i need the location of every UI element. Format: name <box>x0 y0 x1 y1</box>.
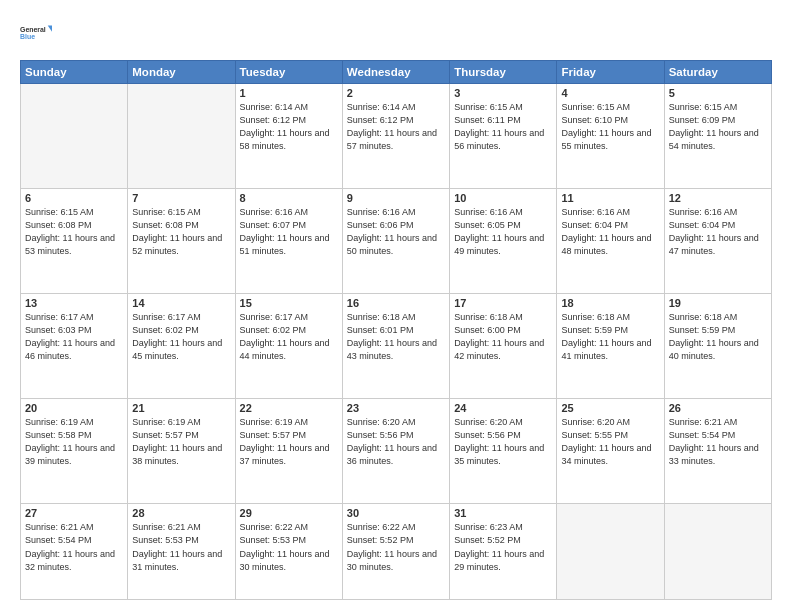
day-number: 9 <box>347 192 445 204</box>
day-cell: 6Sunrise: 6:15 AM Sunset: 6:08 PM Daylig… <box>21 189 128 294</box>
day-cell <box>557 504 664 600</box>
day-info: Sunrise: 6:14 AM Sunset: 6:12 PM Dayligh… <box>240 101 338 153</box>
weekday-header-row: SundayMondayTuesdayWednesdayThursdayFrid… <box>21 61 772 84</box>
calendar-body: 1Sunrise: 6:14 AM Sunset: 6:12 PM Daylig… <box>21 84 772 600</box>
day-cell: 13Sunrise: 6:17 AM Sunset: 6:03 PM Dayli… <box>21 294 128 399</box>
day-cell: 22Sunrise: 6:19 AM Sunset: 5:57 PM Dayli… <box>235 399 342 504</box>
weekday-sunday: Sunday <box>21 61 128 84</box>
day-cell: 19Sunrise: 6:18 AM Sunset: 5:59 PM Dayli… <box>664 294 771 399</box>
day-info: Sunrise: 6:15 AM Sunset: 6:08 PM Dayligh… <box>25 206 123 258</box>
day-cell: 1Sunrise: 6:14 AM Sunset: 6:12 PM Daylig… <box>235 84 342 189</box>
day-cell <box>664 504 771 600</box>
day-info: Sunrise: 6:19 AM Sunset: 5:57 PM Dayligh… <box>132 416 230 468</box>
day-cell <box>128 84 235 189</box>
day-cell: 24Sunrise: 6:20 AM Sunset: 5:56 PM Dayli… <box>450 399 557 504</box>
day-info: Sunrise: 6:16 AM Sunset: 6:05 PM Dayligh… <box>454 206 552 258</box>
day-cell: 7Sunrise: 6:15 AM Sunset: 6:08 PM Daylig… <box>128 189 235 294</box>
week-row-4: 20Sunrise: 6:19 AM Sunset: 5:58 PM Dayli… <box>21 399 772 504</box>
day-cell: 25Sunrise: 6:20 AM Sunset: 5:55 PM Dayli… <box>557 399 664 504</box>
day-number: 28 <box>132 507 230 519</box>
day-cell: 9Sunrise: 6:16 AM Sunset: 6:06 PM Daylig… <box>342 189 449 294</box>
day-number: 22 <box>240 402 338 414</box>
logo: General Blue <box>20 18 52 50</box>
day-number: 10 <box>454 192 552 204</box>
day-cell: 20Sunrise: 6:19 AM Sunset: 5:58 PM Dayli… <box>21 399 128 504</box>
day-info: Sunrise: 6:20 AM Sunset: 5:55 PM Dayligh… <box>561 416 659 468</box>
day-cell <box>21 84 128 189</box>
day-cell: 27Sunrise: 6:21 AM Sunset: 5:54 PM Dayli… <box>21 504 128 600</box>
day-info: Sunrise: 6:23 AM Sunset: 5:52 PM Dayligh… <box>454 521 552 573</box>
weekday-tuesday: Tuesday <box>235 61 342 84</box>
day-info: Sunrise: 6:17 AM Sunset: 6:02 PM Dayligh… <box>132 311 230 363</box>
weekday-friday: Friday <box>557 61 664 84</box>
day-cell: 29Sunrise: 6:22 AM Sunset: 5:53 PM Dayli… <box>235 504 342 600</box>
day-info: Sunrise: 6:14 AM Sunset: 6:12 PM Dayligh… <box>347 101 445 153</box>
day-number: 3 <box>454 87 552 99</box>
day-cell: 30Sunrise: 6:22 AM Sunset: 5:52 PM Dayli… <box>342 504 449 600</box>
day-info: Sunrise: 6:18 AM Sunset: 5:59 PM Dayligh… <box>669 311 767 363</box>
weekday-monday: Monday <box>128 61 235 84</box>
svg-text:General: General <box>20 26 46 33</box>
day-number: 11 <box>561 192 659 204</box>
day-info: Sunrise: 6:22 AM Sunset: 5:53 PM Dayligh… <box>240 521 338 573</box>
day-cell: 21Sunrise: 6:19 AM Sunset: 5:57 PM Dayli… <box>128 399 235 504</box>
day-cell: 18Sunrise: 6:18 AM Sunset: 5:59 PM Dayli… <box>557 294 664 399</box>
week-row-2: 6Sunrise: 6:15 AM Sunset: 6:08 PM Daylig… <box>21 189 772 294</box>
day-number: 7 <box>132 192 230 204</box>
day-info: Sunrise: 6:20 AM Sunset: 5:56 PM Dayligh… <box>454 416 552 468</box>
day-cell: 14Sunrise: 6:17 AM Sunset: 6:02 PM Dayli… <box>128 294 235 399</box>
weekday-thursday: Thursday <box>450 61 557 84</box>
day-cell: 17Sunrise: 6:18 AM Sunset: 6:00 PM Dayli… <box>450 294 557 399</box>
day-cell: 2Sunrise: 6:14 AM Sunset: 6:12 PM Daylig… <box>342 84 449 189</box>
day-number: 14 <box>132 297 230 309</box>
day-info: Sunrise: 6:20 AM Sunset: 5:56 PM Dayligh… <box>347 416 445 468</box>
day-info: Sunrise: 6:21 AM Sunset: 5:53 PM Dayligh… <box>132 521 230 573</box>
day-info: Sunrise: 6:15 AM Sunset: 6:11 PM Dayligh… <box>454 101 552 153</box>
day-number: 29 <box>240 507 338 519</box>
day-cell: 28Sunrise: 6:21 AM Sunset: 5:53 PM Dayli… <box>128 504 235 600</box>
day-info: Sunrise: 6:17 AM Sunset: 6:03 PM Dayligh… <box>25 311 123 363</box>
day-cell: 11Sunrise: 6:16 AM Sunset: 6:04 PM Dayli… <box>557 189 664 294</box>
day-number: 5 <box>669 87 767 99</box>
day-info: Sunrise: 6:16 AM Sunset: 6:07 PM Dayligh… <box>240 206 338 258</box>
day-number: 16 <box>347 297 445 309</box>
day-number: 19 <box>669 297 767 309</box>
week-row-1: 1Sunrise: 6:14 AM Sunset: 6:12 PM Daylig… <box>21 84 772 189</box>
day-info: Sunrise: 6:15 AM Sunset: 6:10 PM Dayligh… <box>561 101 659 153</box>
week-row-3: 13Sunrise: 6:17 AM Sunset: 6:03 PM Dayli… <box>21 294 772 399</box>
week-row-5: 27Sunrise: 6:21 AM Sunset: 5:54 PM Dayli… <box>21 504 772 600</box>
day-info: Sunrise: 6:18 AM Sunset: 6:01 PM Dayligh… <box>347 311 445 363</box>
day-info: Sunrise: 6:18 AM Sunset: 6:00 PM Dayligh… <box>454 311 552 363</box>
day-cell: 26Sunrise: 6:21 AM Sunset: 5:54 PM Dayli… <box>664 399 771 504</box>
day-number: 30 <box>347 507 445 519</box>
day-info: Sunrise: 6:16 AM Sunset: 6:04 PM Dayligh… <box>669 206 767 258</box>
day-info: Sunrise: 6:19 AM Sunset: 5:58 PM Dayligh… <box>25 416 123 468</box>
svg-text:Blue: Blue <box>20 33 35 40</box>
day-info: Sunrise: 6:17 AM Sunset: 6:02 PM Dayligh… <box>240 311 338 363</box>
day-cell: 16Sunrise: 6:18 AM Sunset: 6:01 PM Dayli… <box>342 294 449 399</box>
day-info: Sunrise: 6:21 AM Sunset: 5:54 PM Dayligh… <box>25 521 123 573</box>
day-number: 1 <box>240 87 338 99</box>
day-cell: 5Sunrise: 6:15 AM Sunset: 6:09 PM Daylig… <box>664 84 771 189</box>
day-number: 4 <box>561 87 659 99</box>
day-info: Sunrise: 6:16 AM Sunset: 6:04 PM Dayligh… <box>561 206 659 258</box>
weekday-wednesday: Wednesday <box>342 61 449 84</box>
day-cell: 4Sunrise: 6:15 AM Sunset: 6:10 PM Daylig… <box>557 84 664 189</box>
header: General Blue <box>20 18 772 50</box>
day-number: 26 <box>669 402 767 414</box>
day-info: Sunrise: 6:21 AM Sunset: 5:54 PM Dayligh… <box>669 416 767 468</box>
day-number: 8 <box>240 192 338 204</box>
calendar-table: SundayMondayTuesdayWednesdayThursdayFrid… <box>20 60 772 600</box>
day-cell: 10Sunrise: 6:16 AM Sunset: 6:05 PM Dayli… <box>450 189 557 294</box>
day-number: 27 <box>25 507 123 519</box>
day-number: 12 <box>669 192 767 204</box>
day-number: 31 <box>454 507 552 519</box>
day-cell: 8Sunrise: 6:16 AM Sunset: 6:07 PM Daylig… <box>235 189 342 294</box>
day-cell: 23Sunrise: 6:20 AM Sunset: 5:56 PM Dayli… <box>342 399 449 504</box>
day-number: 15 <box>240 297 338 309</box>
day-info: Sunrise: 6:15 AM Sunset: 6:09 PM Dayligh… <box>669 101 767 153</box>
day-number: 6 <box>25 192 123 204</box>
day-info: Sunrise: 6:22 AM Sunset: 5:52 PM Dayligh… <box>347 521 445 573</box>
day-cell: 3Sunrise: 6:15 AM Sunset: 6:11 PM Daylig… <box>450 84 557 189</box>
day-number: 21 <box>132 402 230 414</box>
